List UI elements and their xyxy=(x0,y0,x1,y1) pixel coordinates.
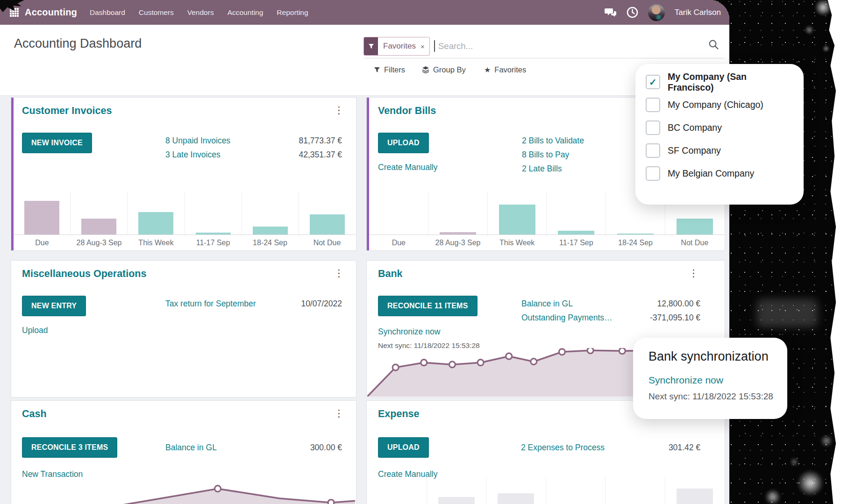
facet-remove-icon[interactable]: × xyxy=(420,37,429,55)
unpaid-invoices-link[interactable]: 8 Unpaid Invoices xyxy=(165,136,230,146)
chart-axis-label: 18-24 Sep xyxy=(242,239,299,247)
group-by-button[interactable]: Group By xyxy=(422,65,466,74)
kebab-menu-icon[interactable]: ⋮ xyxy=(334,408,344,418)
data-point-marker xyxy=(559,349,565,355)
messages-icon[interactable] xyxy=(604,7,617,18)
chart-column xyxy=(428,192,487,234)
reconcile-items-button[interactable]: RECONCILE 11 ITEMS xyxy=(378,296,478,316)
user-avatar[interactable] xyxy=(648,4,665,21)
cash-title[interactable]: Cash xyxy=(22,408,47,420)
data-point-marker xyxy=(449,362,455,368)
chart-axis-label: Not Due xyxy=(665,239,724,247)
company-option-sf[interactable]: SF Company xyxy=(635,139,804,162)
new-entry-button[interactable]: NEW ENTRY xyxy=(22,296,86,316)
search-input[interactable] xyxy=(437,38,640,55)
bills-to-validate-link[interactable]: 2 Bills to Validate xyxy=(522,136,584,146)
bank-sync-popup: Bank synchronization Synchronize now Nex… xyxy=(633,338,787,419)
expenses-to-process-link[interactable]: 2 Expenses to Process xyxy=(521,443,605,453)
chart-column xyxy=(127,192,184,234)
kebab-menu-icon[interactable]: ⋮ xyxy=(334,268,344,278)
kebab-menu-icon[interactable]: ⋮ xyxy=(689,268,698,278)
chart-bar xyxy=(440,232,476,234)
apps-menu-icon[interactable] xyxy=(10,8,19,17)
search-icon[interactable] xyxy=(708,39,720,50)
chart-column xyxy=(70,192,127,234)
create-manually-link[interactable]: Create Manually xyxy=(378,163,437,172)
cash-card: Cash ⋮ RECONCILE 3 ITEMS New Transaction… xyxy=(11,400,356,504)
star-icon: ★ xyxy=(484,66,491,74)
chart-bar xyxy=(138,212,173,234)
checkbox-icon[interactable] xyxy=(646,143,660,158)
facet-label: Favorites xyxy=(378,37,420,55)
menu-item-reporting[interactable]: Reporting xyxy=(277,8,308,17)
chart-bar xyxy=(310,214,345,234)
balance-in-gl-value: 12,800.00 € xyxy=(657,299,700,309)
data-point-marker xyxy=(587,348,593,354)
menu-item-customers[interactable]: Customers xyxy=(139,8,174,17)
upload-link[interactable]: Upload xyxy=(22,326,48,335)
unpaid-invoices-value: 81,773.37 € xyxy=(299,136,342,146)
late-invoices-value: 42,351.37 € xyxy=(299,150,342,160)
expenses-to-process-value: 301.42 € xyxy=(669,443,700,453)
balance-in-gl-link[interactable]: Balance in GL xyxy=(521,299,573,309)
group-by-label: Group By xyxy=(433,65,466,74)
chart-bar xyxy=(558,231,594,234)
menu-item-vendors[interactable]: Vendors xyxy=(187,8,214,17)
customer-invoices-chart: Due28 Aug-3 SepThis Week11-17 Sep18-24 S… xyxy=(14,192,356,250)
bank-title[interactable]: Bank xyxy=(378,268,403,280)
checkbox-icon[interactable] xyxy=(646,98,660,112)
chart-axis-label: Due xyxy=(14,239,71,247)
misc-operations-card: Miscellaneous Operations ⋮ NEW ENTRY Upl… xyxy=(11,260,356,398)
chart-bar xyxy=(498,493,534,504)
filters-button[interactable]: Filters xyxy=(374,65,405,74)
checkbox-icon[interactable] xyxy=(646,166,660,181)
menu-item-accounting[interactable]: Accounting xyxy=(228,8,264,17)
outstanding-payments-value: -371,095.10 € xyxy=(650,313,700,323)
data-point-marker xyxy=(421,360,427,366)
kebab-menu-icon[interactable]: ⋮ xyxy=(334,105,344,115)
data-point-marker xyxy=(215,486,221,492)
chart-column xyxy=(367,477,427,504)
chart-bar xyxy=(253,227,288,234)
search-facet-favorites[interactable]: Favorites × xyxy=(363,37,430,56)
checkbox-icon[interactable] xyxy=(646,121,660,135)
outstanding-payments-link[interactable]: Outstanding Payments… xyxy=(521,313,613,323)
area-fill xyxy=(12,489,355,504)
upload-bill-button[interactable]: UPLOAD xyxy=(378,133,429,153)
expense-chart xyxy=(367,477,724,504)
favorites-label: Favorites xyxy=(494,65,526,74)
company-option-belgian[interactable]: My Belgian Company xyxy=(635,162,804,185)
company-option-chicago[interactable]: My Company (Chicago) xyxy=(635,93,804,116)
customer-invoices-title[interactable]: Customer Invoices xyxy=(22,105,112,117)
late-bills-link[interactable]: 2 Late Bills xyxy=(522,164,562,174)
chart-column xyxy=(546,192,606,234)
bank-sync-title: Bank synchronization xyxy=(649,349,769,364)
synchronize-now-link[interactable]: Synchronize now xyxy=(378,327,440,337)
chart-axis-label: 28 Aug-3 Sep xyxy=(71,239,128,247)
data-point-marker xyxy=(478,360,484,366)
company-option-bc[interactable]: BC Company xyxy=(635,116,804,139)
menu-item-dashboard[interactable]: Dashboard xyxy=(90,8,125,17)
synchronize-now-link[interactable]: Synchronize now xyxy=(649,375,723,386)
upload-expense-button[interactable]: UPLOAD xyxy=(378,437,429,458)
customer-invoices-card: Customer Invoices ⋮ NEW INVOICE 8 Unpaid… xyxy=(11,97,356,251)
misc-operations-title[interactable]: Miscellaneous Operations xyxy=(22,268,146,280)
late-invoices-link[interactable]: 3 Late Invoices xyxy=(165,150,221,160)
activities-clock-icon[interactable] xyxy=(627,7,638,18)
text-cursor xyxy=(434,40,435,52)
app-name[interactable]: Accounting xyxy=(25,7,77,18)
new-invoice-button[interactable]: NEW INVOICE xyxy=(22,133,92,153)
expense-title[interactable]: Expense xyxy=(378,408,419,420)
company-option-sf-main[interactable]: My Company (San Francisco) xyxy=(635,71,804,93)
bills-to-pay-link[interactable]: 8 Bills to Pay xyxy=(522,150,569,160)
chart-column xyxy=(486,477,546,504)
user-name[interactable]: Tarik Carlson xyxy=(675,8,721,17)
vendor-bills-title[interactable]: Vendor Bills xyxy=(378,105,436,117)
favorites-button[interactable]: ★ Favorites xyxy=(484,65,526,74)
facet-filter-icon xyxy=(364,37,378,55)
page-title: Accounting Dashboard xyxy=(14,36,142,51)
checkbox-checked-icon[interactable] xyxy=(646,75,660,89)
tax-return-link[interactable]: Tax return for September xyxy=(165,299,256,309)
control-panel: Accounting Dashboard Favorites × Filters xyxy=(0,25,729,96)
main-menu: Dashboard Customers Vendors Accounting R… xyxy=(90,8,308,17)
